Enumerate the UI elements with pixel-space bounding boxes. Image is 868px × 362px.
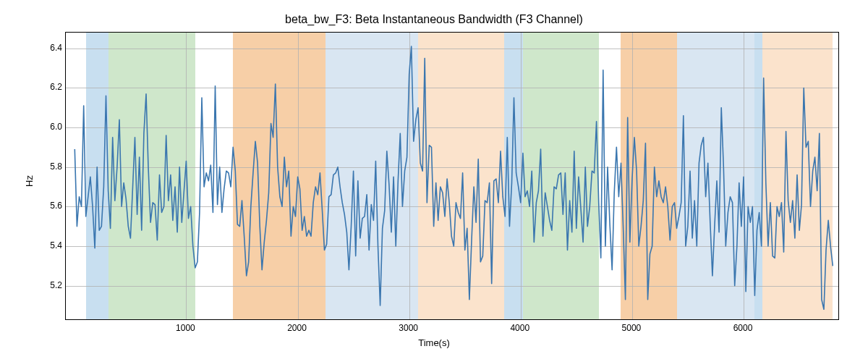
y-tick-label: 6.0	[33, 122, 62, 132]
chart-title: beta_bw_F3: Beta Instantaneous Bandwidth…	[0, 13, 868, 26]
plot-area	[65, 32, 839, 320]
x-tick-label: 6000	[733, 323, 753, 333]
y-tick-label: 6.2	[33, 82, 62, 92]
y-tick-label: 6.4	[33, 43, 62, 53]
x-tick-label: 4000	[510, 323, 529, 333]
y-tick-label: 5.2	[33, 280, 62, 290]
y-tick-label: 5.8	[33, 161, 62, 172]
x-tick-label: 2000	[287, 323, 307, 333]
line-series	[66, 33, 838, 319]
y-axis-label: Hz	[24, 175, 35, 187]
x-tick-label: 5000	[622, 323, 642, 333]
x-tick-label: 1000	[176, 323, 195, 333]
chart-figure: beta_bw_F3: Beta Instantaneous Bandwidth…	[0, 0, 868, 362]
x-axis-label: Time(s)	[0, 337, 868, 348]
y-tick-label: 5.6	[33, 201, 62, 211]
y-tick-label: 5.4	[33, 240, 62, 251]
x-tick-label: 3000	[399, 323, 418, 333]
